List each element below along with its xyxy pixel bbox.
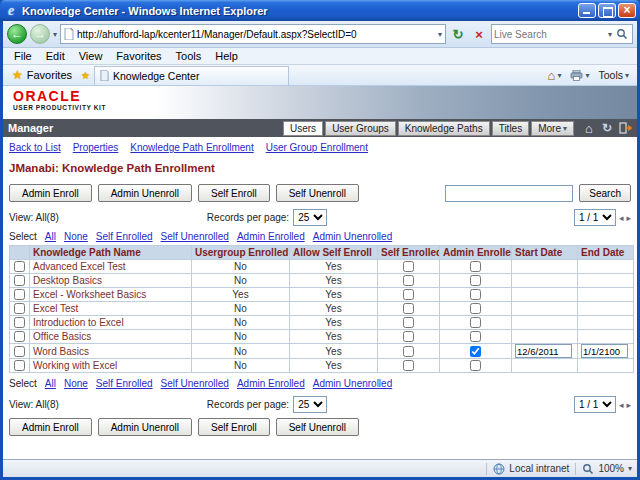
home-button[interactable]: ⌂ [582,121,596,135]
row-select-checkbox[interactable] [14,317,25,328]
favorites-button[interactable]: ★ Favorites [7,67,77,83]
self-enroll-button[interactable]: Self Enroll [198,418,270,436]
allow-self-enroll-value: Yes [290,260,378,274]
add-favorite-icon[interactable]: ★ [81,70,90,81]
browser-tab[interactable]: Knowledge Center [94,66,289,85]
select-self-unenrolled-link[interactable]: Self Unenrolled [161,378,229,389]
admin-enrolled-checkbox[interactable] [470,303,481,314]
select-admin-unenrolled-link[interactable]: Admin Unenrolled [313,378,393,389]
self-enrolled-checkbox[interactable] [403,317,414,328]
self-enrolled-checkbox[interactable] [403,303,414,314]
maximize-button[interactable] [598,3,616,18]
nav-tab-knowledge-paths[interactable]: Knowledge Paths [398,121,490,136]
self-enrolled-checkbox[interactable] [403,261,414,272]
self-unenroll-button[interactable]: Self Unenroll [276,418,359,436]
back-button[interactable]: ← [7,24,27,44]
address-input[interactable] [77,29,435,40]
end-date-input[interactable] [581,344,628,358]
admin-enrolled-checkbox[interactable] [470,317,481,328]
select-admin-enrolled-link[interactable]: Admin Enrolled [237,231,305,242]
nav-tab-titles[interactable]: Titles [492,121,530,136]
menu-edit[interactable]: Edit [39,49,72,63]
breadcrumb-properties[interactable]: Properties [73,142,119,153]
select-none-link[interactable]: None [64,231,88,242]
self-unenroll-button[interactable]: Self Unenroll [276,184,359,202]
refresh-button[interactable]: ↻ [449,24,467,44]
admin-enrolled-checkbox[interactable] [470,261,481,272]
admin-unenroll-button[interactable]: Admin Unenroll [98,418,192,436]
nav-tab-user-groups[interactable]: User Groups [325,121,396,136]
admin-enroll-button[interactable]: Admin Enroll [9,184,92,202]
nav-tab-users[interactable]: Users [283,121,323,136]
breadcrumb-knowledge-path-enrollment[interactable]: Knowledge Path Enrollment [130,142,253,153]
select-all-link[interactable]: All [45,231,56,242]
menu-file[interactable]: File [7,49,39,63]
admin-unenroll-button[interactable]: Admin Unenroll [98,184,192,202]
admin-enrolled-checkbox[interactable] [470,331,481,342]
menu-tools[interactable]: Tools [169,49,209,63]
select-admin-unenrolled-link[interactable]: Admin Unenrolled [313,231,393,242]
admin-enrolled-checkbox[interactable] [470,346,481,357]
row-select-checkbox[interactable] [14,289,25,300]
admin-enrolled-checkbox[interactable] [470,289,481,300]
prev-page-button[interactable]: ◂ [619,400,624,410]
address-field[interactable] [60,24,446,44]
page-select[interactable]: 1 / 1 [574,209,616,226]
page-select[interactable]: 1 / 1 [574,396,616,413]
forward-button[interactable]: → [30,24,50,44]
records-per-page-select[interactable]: 25 [293,396,327,413]
live-search-input[interactable] [494,29,606,40]
zoom-control[interactable]: 100% [582,463,632,475]
menu-bar: File Edit View Favorites Tools Help [3,48,637,65]
search-button[interactable]: Search [579,184,631,202]
tools-button[interactable]: Tools [598,69,629,81]
select-all-link[interactable]: All [45,378,56,389]
stop-button[interactable]: × [470,24,488,44]
close-button[interactable] [618,3,636,18]
breadcrumb-user-group-enrollment[interactable]: User Group Enrollment [266,142,368,153]
self-enrolled-checkbox[interactable] [403,360,414,371]
select-admin-enrolled-link[interactable]: Admin Enrolled [237,378,305,389]
row-select-checkbox[interactable] [14,331,25,342]
select-none-link[interactable]: None [64,378,88,389]
logout-button[interactable] [618,121,632,135]
address-dropdown-icon[interactable] [438,30,442,39]
admin-enroll-button[interactable]: Admin Enroll [9,418,92,436]
select-self-enrolled-link[interactable]: Self Enrolled [96,378,153,389]
start-date-input[interactable] [515,344,572,358]
admin-enrolled-checkbox[interactable] [470,360,481,371]
start-date-cell [512,302,578,316]
home-button[interactable]: ⌂ [548,68,562,83]
select-self-unenrolled-link[interactable]: Self Unenrolled [161,231,229,242]
row-select-checkbox[interactable] [14,303,25,314]
search-dropdown-icon[interactable] [608,30,612,39]
self-enrolled-checkbox[interactable] [403,331,414,342]
print-button[interactable] [570,70,589,81]
row-select-checkbox[interactable] [14,360,25,371]
row-select-checkbox[interactable] [14,261,25,272]
next-page-button[interactable]: ▸ [626,400,631,410]
records-per-page-select[interactable]: 25 [293,209,327,226]
history-dropdown-icon[interactable] [53,30,57,39]
menu-view[interactable]: View [72,49,110,63]
breadcrumb-back-to-list[interactable]: Back to List [9,142,61,153]
nav-tab-more[interactable]: More [531,121,574,136]
select-self-enrolled-link[interactable]: Self Enrolled [96,231,153,242]
minimize-button[interactable] [578,3,596,18]
self-enrolled-checkbox[interactable] [403,275,414,286]
self-enrolled-checkbox[interactable] [403,289,414,300]
menu-help[interactable]: Help [208,49,245,63]
self-enrolled-checkbox[interactable] [403,346,414,357]
menu-favorites[interactable]: Favorites [109,49,168,63]
search-input[interactable] [445,185,573,202]
row-select-checkbox[interactable] [14,275,25,286]
search-go-button[interactable] [614,26,630,42]
admin-enrolled-checkbox[interactable] [470,275,481,286]
prev-page-button[interactable]: ◂ [619,213,624,223]
refresh-button[interactable]: ↻ [600,121,614,135]
next-page-button[interactable]: ▸ [626,213,631,223]
self-enroll-button[interactable]: Self Enroll [198,184,270,202]
bottom-view-row: View: All(8) Records per page: 25 1 / 1 … [9,396,631,413]
table-header-row: Knowledge Path Name Usergroup Enrolled A… [10,246,634,260]
row-select-checkbox[interactable] [14,346,25,357]
